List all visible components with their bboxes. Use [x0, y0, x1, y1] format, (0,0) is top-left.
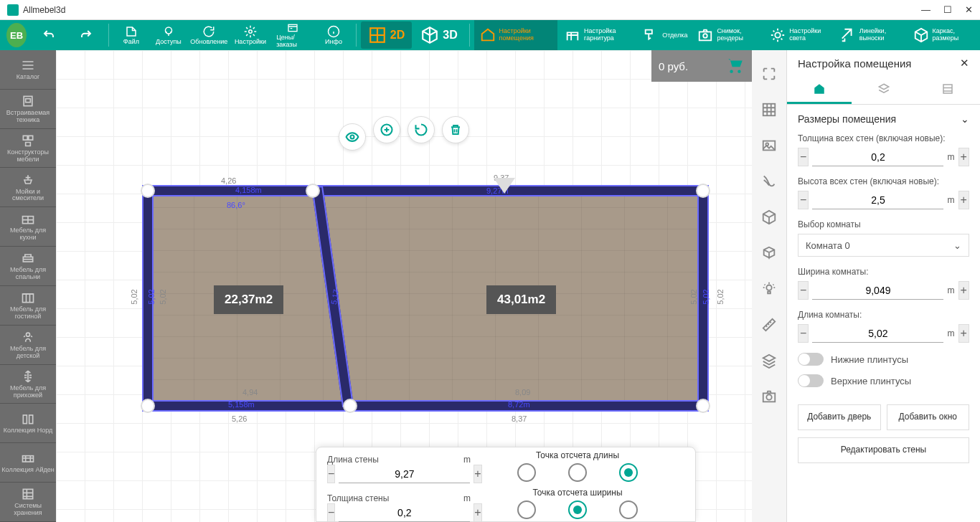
rotate-button[interactable]	[407, 116, 435, 143]
sidebar-bedroom[interactable]: Мебель для спальни	[0, 247, 56, 286]
area-right: 43,01m2	[486, 285, 556, 314]
add-window-button[interactable]: Добавить окно	[887, 404, 970, 430]
width-minus[interactable]: −	[798, 281, 809, 300]
svg-point-28	[766, 285, 771, 290]
sidebar-hallway[interactable]: Мебель для прихожей	[0, 365, 56, 404]
svg-rect-15	[23, 456, 34, 462]
svg-point-5	[704, 34, 708, 38]
width-plus[interactable]: +	[958, 281, 969, 300]
origin-wid-1[interactable]	[517, 500, 536, 519]
room-settings-button[interactable]: Настройки помещения	[474, 20, 558, 50]
fullscreen-tool[interactable]	[752, 57, 786, 90]
svg-point-30	[766, 394, 771, 399]
app-title: Allmebel3d	[23, 5, 65, 15]
room-select[interactable]: Комната 0 ⌄	[798, 234, 969, 257]
sidebar-nord[interactable]: Коллекция Норд	[0, 404, 56, 443]
wall-thickness-input[interactable]	[812, 148, 943, 166]
length-minus[interactable]: −	[798, 324, 809, 343]
panel-tab-list[interactable]	[915, 76, 980, 104]
chevron-down-icon: ⌄	[953, 240, 961, 251]
cube-tool[interactable]	[752, 237, 786, 269]
eb-badge[interactable]: ЕВ	[6, 23, 27, 47]
redo-button[interactable]	[68, 20, 104, 50]
sidebar-storage[interactable]: Системы хранения	[0, 483, 56, 522]
app-logo: Allmebel3d	[7, 4, 65, 16]
visibility-button[interactable]	[339, 123, 366, 151]
file-button[interactable]: Файл	[113, 20, 149, 50]
cart-icon[interactable]	[726, 56, 745, 77]
sidebar-appliances[interactable]: Встраиваемая техника	[0, 90, 56, 129]
wall-thick-input[interactable]	[339, 504, 470, 522]
svg-rect-4	[699, 32, 712, 40]
settings-button[interactable]: Настройки	[232, 20, 269, 50]
section-room-dims[interactable]: Размеры помещения ⌄	[798, 113, 969, 125]
sidebar-constructors[interactable]: Конструкторы мебели	[0, 129, 56, 169]
texture-tool[interactable]	[752, 165, 786, 197]
wall-height-input[interactable]	[812, 191, 943, 209]
panel-tab-layers[interactable]	[852, 76, 916, 104]
panel-tab-home[interactable]	[787, 76, 852, 104]
origin-wid-3[interactable]	[619, 500, 638, 519]
wall-len-minus[interactable]: −	[327, 465, 335, 483]
origin-len-3[interactable]	[619, 463, 638, 482]
layers-tool[interactable]	[752, 344, 786, 376]
add-button[interactable]	[373, 116, 400, 143]
svg-rect-13	[23, 415, 27, 424]
height-plus[interactable]: +	[958, 191, 969, 209]
origin-wid-2[interactable]	[568, 500, 587, 519]
grid-tool[interactable]	[752, 93, 786, 125]
float-actions	[339, 116, 469, 151]
undo-button[interactable]	[31, 20, 67, 50]
logo-icon	[7, 4, 19, 16]
settings-panel: Настройка помещения ✕ Размеры помещения …	[786, 50, 980, 522]
price-display: 0 руб.	[651, 50, 752, 82]
floor-plan[interactable]: 22,37m2 43,01m2 4,26 9,27m 9,37 86,6° 4,…	[142, 185, 709, 422]
right-quick-tools	[752, 50, 786, 522]
wall-length-input[interactable]	[339, 465, 470, 483]
origin-len-1[interactable]	[517, 463, 536, 482]
fittings-button[interactable]: Настройка гарнитура	[559, 20, 639, 50]
light-tool[interactable]	[752, 272, 786, 305]
dims-button[interactable]: Линейки, выноски	[834, 20, 906, 50]
add-door-button[interactable]: Добавить дверь	[798, 404, 881, 430]
delete-button[interactable]	[442, 116, 469, 143]
sidebar-kids[interactable]: Мебель для детской	[0, 326, 56, 365]
panel-close-icon[interactable]: ✕	[960, 57, 969, 70]
minimize-button[interactable]: —	[921, 4, 930, 15]
height-minus[interactable]: −	[798, 191, 809, 209]
finish-button[interactable]: Отделка	[640, 20, 690, 50]
sidebar-kitchen[interactable]: Мебель для кухни	[0, 207, 56, 247]
edit-walls-button[interactable]: Редактировать стены	[798, 437, 969, 463]
light-settings-button[interactable]: Настройки света	[764, 20, 833, 50]
access-button[interactable]: Доступы	[151, 20, 187, 50]
lower-skirting-toggle[interactable]	[798, 353, 824, 366]
upper-skirting-toggle[interactable]	[798, 374, 824, 387]
sidebar-living[interactable]: Мебель для гостиной	[0, 286, 56, 326]
thickness-minus[interactable]: −	[798, 148, 809, 166]
thickness-plus[interactable]: +	[958, 148, 969, 166]
box-tool[interactable]	[752, 201, 786, 233]
close-button[interactable]: ✕	[965, 4, 973, 15]
panel-header: Настройка помещения ✕	[787, 50, 980, 76]
wall-edit-panel: Длина стеныm − + Толщина стеныm − + Точк…	[316, 447, 696, 522]
sidebar-sinks[interactable]: Мойки и смесители	[0, 168, 56, 207]
measure-tool[interactable]	[752, 308, 786, 341]
origin-len-2[interactable]	[568, 463, 587, 482]
svg-rect-1	[288, 24, 297, 31]
maximize-button[interactable]: ☐	[943, 4, 952, 15]
room-width-input[interactable]	[812, 282, 943, 300]
camera-tool[interactable]	[752, 380, 786, 412]
sidebar-catalog[interactable]: Каталог	[0, 50, 56, 90]
update-button[interactable]: Обновление	[188, 20, 230, 50]
wall-thick-minus[interactable]: −	[327, 503, 335, 522]
image-tool[interactable]	[752, 129, 786, 161]
length-plus[interactable]: +	[958, 324, 969, 343]
view-3d-button[interactable]: 3D	[413, 22, 464, 49]
snapshot-button[interactable]: Снимок, рендеры	[692, 20, 763, 50]
prices-button[interactable]: Цены/заказы	[270, 20, 314, 50]
view-2d-button[interactable]: 2D	[361, 22, 412, 49]
room-length-input[interactable]	[812, 325, 943, 343]
frame-button[interactable]: Каркас, размеры	[908, 20, 977, 50]
info-button[interactable]: Инфо	[316, 20, 352, 50]
sidebar-aiden[interactable]: Коллекция Айден	[0, 443, 56, 483]
